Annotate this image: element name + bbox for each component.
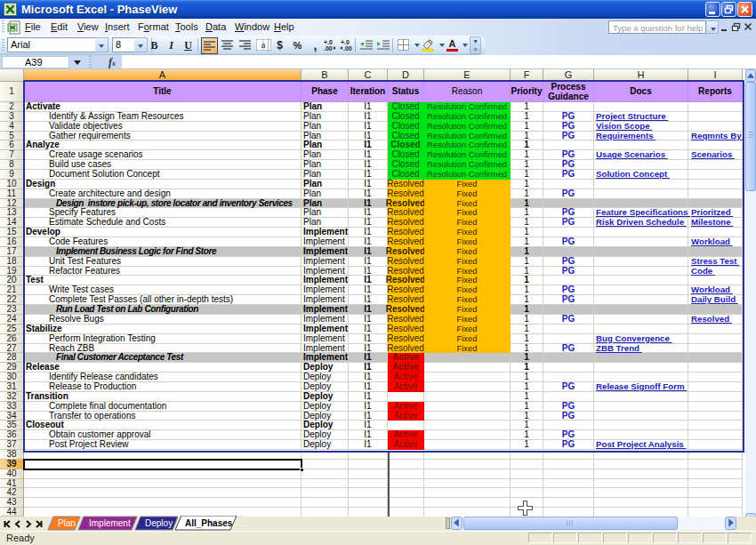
svg-text:Plan: Plan bbox=[58, 518, 76, 528]
svg-text:+.0: +.0 bbox=[324, 39, 333, 45]
svg-text:Implement: Implement bbox=[89, 518, 131, 528]
svg-text:.00: .00 bbox=[324, 45, 333, 51]
svg-text:Deploy: Deploy bbox=[145, 518, 173, 528]
svg-text:All_Phases: All_Phases bbox=[185, 518, 233, 528]
svg-text:a: a bbox=[261, 41, 265, 50]
svg-text:A: A bbox=[449, 38, 456, 49]
svg-text:.00: .00 bbox=[343, 45, 352, 51]
svg-text:+.0: +.0 bbox=[341, 39, 350, 45]
